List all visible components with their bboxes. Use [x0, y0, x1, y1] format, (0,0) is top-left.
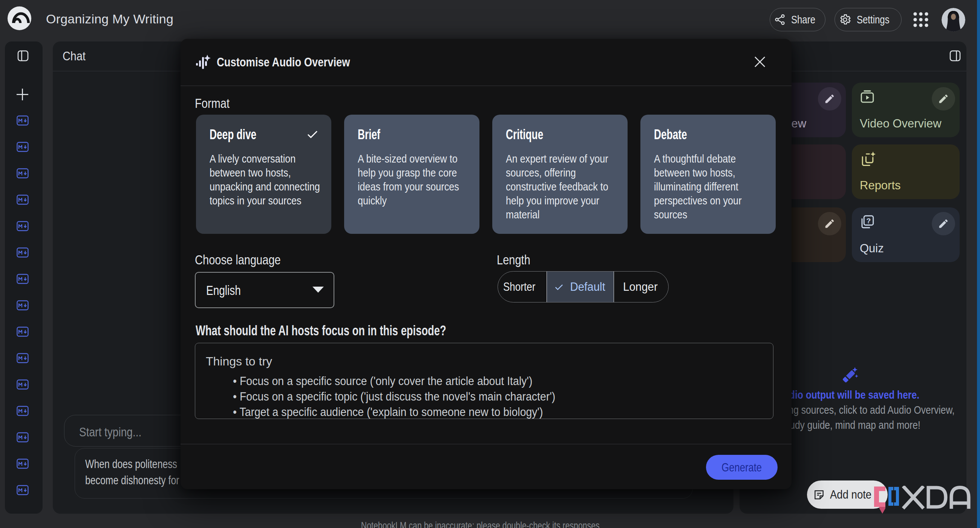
svg-text:?: ?: [867, 217, 871, 225]
